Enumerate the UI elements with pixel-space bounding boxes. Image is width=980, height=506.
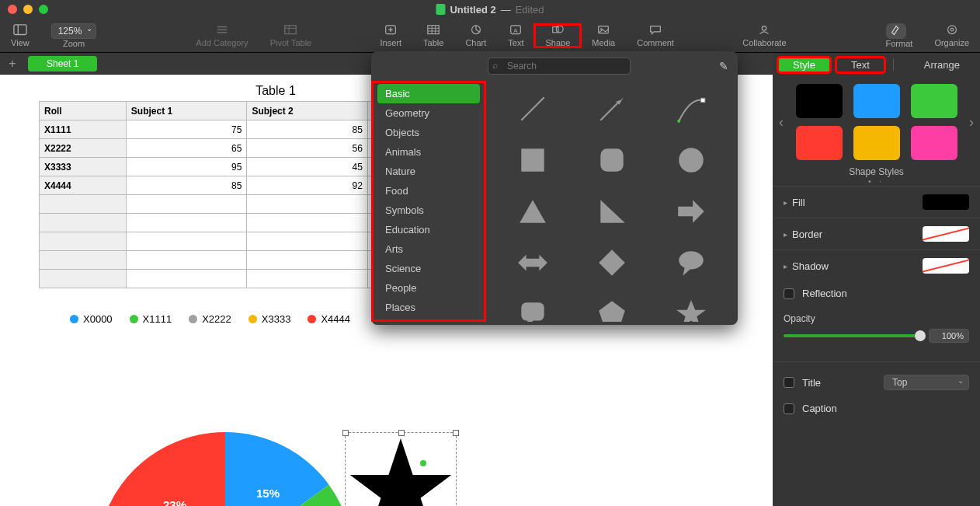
maximize-button[interactable] <box>39 5 48 14</box>
shape-square[interactable] <box>495 137 570 183</box>
minimize-button[interactable] <box>23 5 33 14</box>
swatch-next[interactable]: › <box>966 114 977 131</box>
svg-line-28 <box>600 101 620 120</box>
shape-diamond[interactable] <box>575 239 649 286</box>
format-icon <box>889 24 903 37</box>
svg-rect-33 <box>600 148 623 171</box>
shape-cat-geometry[interactable]: Geometry <box>377 103 480 123</box>
format-button[interactable]: Format <box>875 23 924 48</box>
pivot-table-button[interactable]: Pivot Table <box>259 24 323 47</box>
view-button[interactable]: View <box>0 24 40 47</box>
shape-speech-bubble[interactable] <box>654 239 728 286</box>
collaborate-icon <box>757 24 771 37</box>
text-button[interactable]: A Text <box>497 24 534 47</box>
shape-cat-education[interactable]: Education <box>377 220 480 239</box>
swatch-blue[interactable] <box>853 84 900 118</box>
border-group[interactable]: ▸ Border <box>773 218 980 250</box>
chevron-right-icon: ▸ <box>784 230 787 239</box>
shadow-group[interactable]: ▸ Shadow <box>773 250 980 281</box>
shape-cat-animals[interactable]: Animals <box>377 142 480 162</box>
shadow-swatch[interactable] <box>923 258 969 274</box>
close-button[interactable] <box>8 5 17 14</box>
sheet-tab-1[interactable]: Sheet 1 <box>28 56 97 72</box>
organize-button[interactable]: Organize <box>923 24 980 47</box>
selected-star-shape[interactable] <box>345 432 457 506</box>
swatch-red[interactable] <box>796 126 843 160</box>
shape-star[interactable] <box>654 291 728 322</box>
shape-icon <box>551 24 565 37</box>
table-button[interactable]: Table <box>412 24 454 47</box>
fill-swatch[interactable] <box>923 194 969 210</box>
svg-line-27 <box>521 97 544 120</box>
shape-cat-objects[interactable]: Objects <box>377 123 480 142</box>
title-checkbox[interactable] <box>784 377 794 388</box>
zoom-select[interactable]: 125% <box>51 23 97 39</box>
pie-chart[interactable]: 23% 15% 20% <box>97 432 353 506</box>
chart-button[interactable]: Chart <box>454 24 497 47</box>
shape-cat-places[interactable]: Places <box>377 298 480 317</box>
opacity-value[interactable]: 100% <box>929 329 969 343</box>
insert-icon <box>384 24 398 37</box>
legend-dot <box>70 315 78 323</box>
tab-arrange[interactable]: Arrange <box>909 57 975 73</box>
svg-point-25 <box>950 29 954 32</box>
caption-checkbox[interactable] <box>784 403 794 414</box>
shape-rounded-square[interactable] <box>575 137 649 183</box>
col-roll[interactable]: Roll <box>40 102 127 120</box>
shape-arrow-leftright[interactable] <box>495 239 570 286</box>
shape-pentagon[interactable] <box>575 291 649 322</box>
col-sub2[interactable]: Subject 2 <box>247 102 368 120</box>
shape-cat-basic[interactable]: Basic <box>377 84 480 103</box>
reflection-checkbox[interactable] <box>784 288 794 299</box>
swatch-green[interactable] <box>911 84 957 118</box>
shape-arrow-right[interactable] <box>654 188 728 235</box>
shape-line[interactable] <box>495 85 570 132</box>
search-icon: ⌕ <box>492 60 498 71</box>
svg-rect-11 <box>428 26 439 34</box>
shape-cat-people[interactable]: People <box>377 278 480 298</box>
swatch-pink[interactable] <box>911 126 957 160</box>
swatch-yellow[interactable] <box>853 126 900 160</box>
zoom-control[interactable]: 125% Zoom <box>40 23 108 48</box>
shape-callout[interactable] <box>495 291 570 322</box>
shape-triangle[interactable] <box>495 188 570 235</box>
format-inspector: Style Text Arrange ‹ › Shape Styles • · … <box>773 53 980 506</box>
shape-search-row: ⌕ ✎ <box>488 58 728 75</box>
tab-style[interactable]: Style <box>777 57 831 73</box>
col-sub1[interactable]: Subject 1 <box>126 102 247 120</box>
shape-search-input[interactable] <box>488 58 631 75</box>
resize-handle[interactable] <box>342 430 349 436</box>
shape-circle[interactable] <box>654 137 728 183</box>
resize-handle[interactable] <box>398 430 405 436</box>
swatch-prev[interactable]: ‹ <box>776 114 787 131</box>
comment-button[interactable]: Comment <box>626 24 685 47</box>
title-position-select[interactable]: Top <box>884 375 969 390</box>
shape-right-triangle[interactable] <box>575 188 649 235</box>
fill-group[interactable]: ▸ Fill <box>773 186 980 218</box>
add-category-button[interactable]: Add Category <box>185 24 259 47</box>
rotation-handle[interactable] <box>420 460 426 466</box>
page-dots: • · <box>773 177 980 186</box>
shape-curve[interactable] <box>654 85 728 132</box>
collaborate-button[interactable]: Collaborate <box>732 24 797 47</box>
shape-cat-science[interactable]: Science <box>377 259 480 278</box>
insert-button[interactable]: Insert <box>370 24 413 47</box>
slider-thumb[interactable] <box>915 330 926 341</box>
shape-category-list: Basic Geometry Objects Animals Nature Fo… <box>371 81 486 322</box>
shape-arrow-line[interactable] <box>575 85 649 132</box>
shape-popover: ⌕ ✎ Basic Geometry Objects Animals Natur… <box>371 51 738 325</box>
opacity-slider[interactable] <box>784 334 921 337</box>
tab-text[interactable]: Text <box>836 57 885 73</box>
media-button[interactable]: Media <box>581 24 626 47</box>
swatch-black[interactable] <box>796 84 843 118</box>
add-sheet-button[interactable]: + <box>3 57 22 71</box>
shape-cat-symbols[interactable]: Symbols <box>377 201 480 220</box>
shape-cat-food[interactable]: Food <box>377 181 480 201</box>
shape-cat-arts[interactable]: Arts <box>377 239 480 259</box>
shape-cat-nature[interactable]: Nature <box>377 162 480 181</box>
shape-button[interactable]: Shape <box>534 24 581 47</box>
draw-shape-button[interactable]: ✎ <box>719 60 728 72</box>
resize-handle[interactable] <box>453 430 459 436</box>
border-swatch[interactable] <box>923 226 969 242</box>
shape-cat-activities[interactable]: Activities <box>377 317 480 322</box>
